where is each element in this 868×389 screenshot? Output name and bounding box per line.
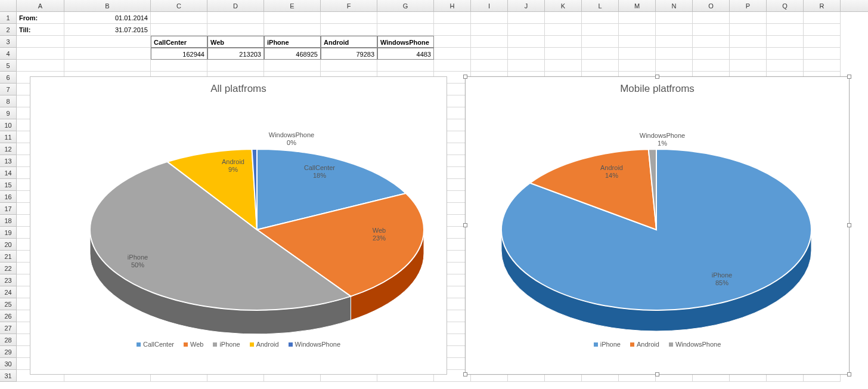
row-header-26[interactable]: 26 (0, 310, 17, 322)
legend-item-iphone[interactable]: iPhone (594, 341, 621, 348)
cell-D2[interactable] (207, 24, 264, 36)
cell-K1[interactable] (545, 12, 582, 24)
cell-C1[interactable] (151, 12, 207, 24)
cell-M2[interactable] (619, 24, 656, 36)
legend-item-web[interactable]: Web (184, 341, 203, 348)
cell-L3[interactable] (582, 36, 619, 48)
cell-D1[interactable] (207, 12, 264, 24)
cell-Q3[interactable] (767, 36, 804, 48)
resize-handle-n[interactable] (655, 75, 659, 79)
legend-item-windowsphone[interactable]: WindowsPhone (669, 341, 721, 348)
cell-G4[interactable]: 4483 (377, 48, 434, 60)
row-header-21[interactable]: 21 (0, 251, 17, 263)
column-header-H[interactable]: H (434, 0, 471, 11)
row-header-7[interactable]: 7 (0, 84, 17, 95)
cell-N3[interactable] (656, 36, 693, 48)
resize-handle-sw[interactable] (463, 372, 467, 376)
row-header-11[interactable]: 11 (0, 131, 17, 143)
cell-N1[interactable] (656, 12, 693, 24)
column-header-A[interactable]: A (17, 0, 64, 11)
cell-B5[interactable] (64, 60, 151, 72)
cell-O3[interactable] (693, 36, 730, 48)
cell-A4[interactable] (17, 48, 64, 60)
cell-A3[interactable] (17, 36, 64, 48)
cell-E5[interactable] (264, 60, 321, 72)
cell-J3[interactable] (508, 36, 545, 48)
cell-G2[interactable] (377, 24, 434, 36)
cell-A5[interactable] (17, 60, 64, 72)
row-header-23[interactable]: 23 (0, 274, 17, 286)
column-header-E[interactable]: E (264, 0, 321, 11)
row-header-24[interactable]: 24 (0, 286, 17, 298)
cell-M5[interactable] (619, 60, 656, 72)
column-header-G[interactable]: G (377, 0, 434, 11)
row-header-28[interactable]: 28 (0, 334, 17, 346)
cell-B1[interactable]: 01.01.2014 (64, 12, 151, 24)
resize-handle-nw[interactable] (463, 75, 467, 79)
resize-handle-s[interactable] (655, 372, 659, 376)
cell-R3[interactable] (804, 36, 841, 48)
cell-F4[interactable]: 79283 (321, 48, 377, 60)
cell-L2[interactable] (582, 24, 619, 36)
cell-N2[interactable] (656, 24, 693, 36)
cell-H3[interactable] (434, 36, 471, 48)
cell-R5[interactable] (804, 60, 841, 72)
cell-J4[interactable] (508, 48, 545, 60)
select-all-corner[interactable] (0, 0, 17, 11)
row-header-31[interactable]: 31 (0, 370, 17, 382)
column-header-F[interactable]: F (321, 0, 377, 11)
row-header-27[interactable]: 27 (0, 322, 17, 334)
chart-mobile-platforms[interactable]: Mobile platfroms WindowsPhone1% Android1… (465, 76, 850, 375)
cell-F1[interactable] (321, 12, 377, 24)
cell-B4[interactable] (64, 48, 151, 60)
row-header-6[interactable]: 6 (0, 72, 17, 84)
cell-I1[interactable] (471, 12, 508, 24)
cell-Q5[interactable] (767, 60, 804, 72)
row-header-20[interactable]: 20 (0, 239, 17, 251)
cell-F2[interactable] (321, 24, 377, 36)
cell-Q4[interactable] (767, 48, 804, 60)
row-header-10[interactable]: 10 (0, 119, 17, 131)
cell-N4[interactable] (656, 48, 693, 60)
cell-F5[interactable] (321, 60, 377, 72)
cell-K3[interactable] (545, 36, 582, 48)
row-header-29[interactable]: 29 (0, 346, 17, 358)
row-header-5[interactable]: 5 (0, 60, 17, 72)
cell-G1[interactable] (377, 12, 434, 24)
cell-E4[interactable]: 468925 (264, 48, 321, 60)
cell-A1[interactable]: From: (17, 12, 64, 24)
row-header-9[interactable]: 9 (0, 107, 17, 119)
column-header-O[interactable]: O (693, 0, 730, 11)
cell-C2[interactable] (151, 24, 207, 36)
cell-E1[interactable] (264, 12, 321, 24)
row-header-12[interactable]: 12 (0, 143, 17, 155)
cell-K5[interactable] (545, 60, 582, 72)
row-header-25[interactable]: 25 (0, 298, 17, 310)
cell-L5[interactable] (582, 60, 619, 72)
cell-H1[interactable] (434, 12, 471, 24)
chart-all-platforms[interactable]: All platfroms WindowsPhone0% Android9% C… (30, 76, 447, 375)
row-header-16[interactable]: 16 (0, 191, 17, 203)
cell-K4[interactable] (545, 48, 582, 60)
cell-R1[interactable] (804, 12, 841, 24)
cell-I2[interactable] (471, 24, 508, 36)
cell-C3[interactable]: CallCenter (151, 36, 207, 48)
row-header-15[interactable]: 15 (0, 179, 17, 191)
row-header-13[interactable]: 13 (0, 155, 17, 167)
cell-D3[interactable]: Web (207, 36, 264, 48)
row-header-30[interactable]: 30 (0, 358, 17, 370)
column-header-D[interactable]: D (207, 0, 264, 11)
cell-H2[interactable] (434, 24, 471, 36)
column-header-C[interactable]: C (151, 0, 207, 11)
column-header-Q[interactable]: Q (767, 0, 804, 11)
cell-M3[interactable] (619, 36, 656, 48)
cell-B3[interactable] (64, 36, 151, 48)
legend-item-iphone[interactable]: iPhone (213, 341, 240, 348)
resize-handle-ne[interactable] (847, 75, 851, 79)
cell-P4[interactable] (730, 48, 767, 60)
cell-M4[interactable] (619, 48, 656, 60)
legend-item-callcenter[interactable]: CallCenter (137, 341, 174, 348)
row-header-4[interactable]: 4 (0, 48, 17, 60)
resize-handle-se[interactable] (847, 372, 851, 376)
legend-item-android[interactable]: Android (250, 341, 279, 348)
